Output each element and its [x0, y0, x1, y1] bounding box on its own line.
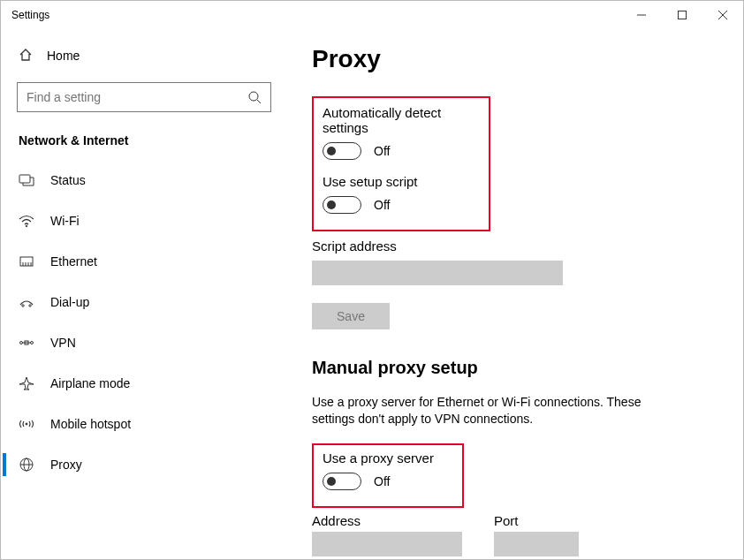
sidebar-item-label: Ethernet	[50, 254, 97, 269]
sidebar-item-label: Mobile hotspot	[50, 417, 131, 431]
sidebar-item-status[interactable]: Status	[1, 160, 282, 201]
title-bar: Settings	[1, 1, 743, 29]
auto-detect-label: Automatically detect settings	[323, 105, 478, 135]
svg-rect-1	[679, 11, 687, 19]
sidebar-item-label: Dial-up	[50, 295, 89, 309]
highlight-proxy-toggle: Use a proxy server Off	[312, 443, 464, 508]
use-proxy-toggle[interactable]	[323, 473, 361, 490]
ethernet-icon	[19, 255, 34, 268]
home-label: Home	[47, 49, 80, 63]
page-title: Proxy	[312, 45, 713, 73]
sidebar-item-label: Wi-Fi	[50, 214, 80, 228]
sidebar-item-proxy[interactable]: Proxy	[1, 444, 282, 485]
save-button[interactable]: Save	[312, 303, 390, 329]
address-label: Address	[312, 513, 462, 528]
sidebar-item-label: Status	[50, 173, 86, 187]
svg-point-9	[22, 305, 24, 306]
highlight-auto-section: Automatically detect settings Off Use se…	[312, 96, 490, 231]
setup-script-label: Use setup script	[323, 174, 478, 189]
close-button[interactable]	[702, 1, 743, 29]
sidebar-item-wifi[interactable]: Wi-Fi	[1, 201, 282, 241]
minimize-button[interactable]	[621, 1, 662, 29]
proxy-icon	[19, 458, 34, 472]
address-input[interactable]	[312, 532, 462, 556]
search-input[interactable]	[18, 83, 270, 111]
sidebar-section-head: Network & Internet	[1, 121, 282, 160]
sidebar-item-label: Proxy	[50, 458, 82, 472]
script-address-label: Script address	[312, 238, 713, 254]
home-nav[interactable]: Home	[1, 36, 282, 75]
sidebar-item-vpn[interactable]: VPN	[1, 322, 282, 363]
auto-detect-toggle[interactable]	[323, 142, 361, 160]
use-proxy-state: Off	[374, 474, 390, 488]
svg-point-10	[29, 305, 31, 306]
svg-point-11	[20, 342, 23, 344]
search-icon	[247, 90, 262, 108]
port-label: Port	[494, 513, 579, 528]
svg-point-7	[26, 225, 27, 227]
hotspot-icon	[19, 418, 34, 430]
window-title: Settings	[11, 9, 49, 21]
manual-section-title: Manual proxy setup	[312, 358, 713, 378]
script-address-input[interactable]	[312, 261, 563, 285]
auto-detect-state: Off	[374, 144, 390, 158]
svg-rect-6	[19, 175, 30, 183]
manual-section-desc: Use a proxy server for Ethernet or Wi-Fi…	[312, 394, 683, 428]
search-box[interactable]	[17, 82, 271, 112]
home-icon	[19, 48, 33, 64]
use-proxy-label: Use a proxy server	[323, 450, 453, 465]
dialup-icon	[19, 296, 34, 308]
svg-point-15	[26, 423, 27, 425]
sidebar-item-airplane[interactable]: Airplane mode	[1, 363, 282, 404]
setup-script-state: Off	[374, 198, 390, 212]
sidebar-item-hotspot[interactable]: Mobile hotspot	[1, 404, 282, 444]
port-input[interactable]	[494, 532, 579, 556]
vpn-icon	[19, 337, 34, 349]
svg-line-5	[257, 100, 261, 103]
sidebar: Home Network & Internet Status Wi-Fi Eth…	[1, 29, 282, 559]
status-icon	[19, 174, 34, 186]
svg-point-4	[249, 92, 258, 101]
airplane-icon	[19, 376, 34, 390]
sidebar-item-label: Airplane mode	[50, 376, 130, 390]
setup-script-toggle[interactable]	[323, 196, 361, 214]
content-pane: Proxy Automatically detect settings Off …	[282, 29, 743, 559]
svg-point-12	[31, 342, 34, 344]
sidebar-item-ethernet[interactable]: Ethernet	[1, 241, 282, 282]
sidebar-item-dialup[interactable]: Dial-up	[1, 282, 282, 322]
wifi-icon	[19, 215, 34, 227]
maximize-button[interactable]	[662, 1, 702, 29]
window-controls	[621, 1, 743, 29]
sidebar-item-label: VPN	[50, 336, 76, 350]
